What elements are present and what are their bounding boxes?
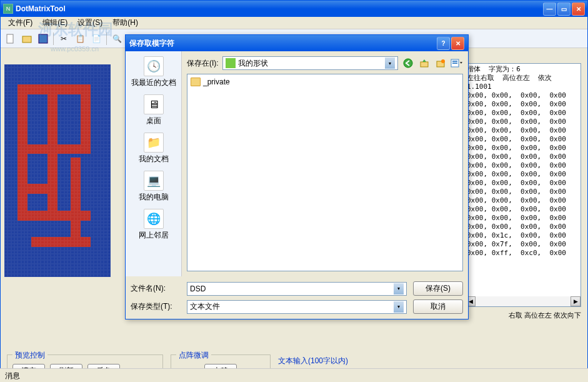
- network-icon: 🌐: [144, 209, 164, 229]
- filetype-combo[interactable]: 文本文件▾: [187, 300, 407, 314]
- svg-rect-9: [452, 63, 457, 64]
- svg-rect-4: [421, 62, 428, 67]
- chevron-down-icon: ▾: [394, 283, 404, 294]
- back-icon[interactable]: [402, 57, 414, 69]
- save-button[interactable]: 保存(S): [413, 281, 463, 296]
- menubar: 文件(F) 编辑(E) 设置(S) 帮助(H): [1, 17, 587, 29]
- place-desktop[interactable]: 🖥桌面: [144, 94, 164, 126]
- status-text: 消息: [5, 371, 20, 380]
- svg-rect-0: [7, 34, 13, 43]
- places-bar: 🕓我最近的文档 🖥桌面 📁我的文档 💻我的电脑 🌐网上邻居: [126, 51, 182, 276]
- menu-file[interactable]: 文件(F): [3, 16, 37, 29]
- folder-icon: [191, 78, 201, 86]
- chevron-down-icon: ▾: [394, 301, 404, 313]
- desktop-icon: 🖥: [144, 94, 164, 114]
- mydocs-icon: 📁: [144, 133, 164, 153]
- open-icon[interactable]: [19, 31, 34, 46]
- new-icon[interactable]: [3, 31, 18, 46]
- svg-rect-2: [39, 34, 47, 43]
- scroll-right-icon[interactable]: ▶: [571, 296, 581, 306]
- save-in-label: 保存在(I):: [187, 58, 219, 69]
- textinput-title: 文本输入(100字以内): [278, 356, 581, 366]
- file-list[interactable]: _private: [187, 74, 463, 271]
- svg-point-3: [404, 59, 412, 68]
- cancel-button[interactable]: 取消: [413, 299, 463, 314]
- place-network[interactable]: 🌐网上邻居: [139, 209, 169, 241]
- location-combo[interactable]: 我的形状 ▾: [222, 56, 398, 70]
- dotmatrix-preview: [4, 64, 111, 277]
- svg-point-6: [441, 59, 445, 63]
- output-scrollbar[interactable]: ◀ ▶: [466, 296, 581, 306]
- dialog-title: 保存取模字符: [129, 38, 437, 49]
- cut-icon[interactable]: ✂: [56, 31, 71, 46]
- folder-icon: [226, 58, 236, 68]
- close-button[interactable]: ✕: [572, 3, 585, 16]
- output-text: 楷体 字宽为：6 左往右取 高位在左 依次 1.1001 0x00, 0x00,…: [466, 64, 581, 259]
- up-icon[interactable]: [418, 57, 431, 69]
- maximize-button[interactable]: ▭: [557, 3, 571, 16]
- menu-edit[interactable]: 编辑(E): [37, 16, 72, 29]
- place-mycomputer[interactable]: 💻我的电脑: [139, 171, 169, 203]
- app-icon: N: [3, 4, 13, 14]
- save-icon[interactable]: [36, 31, 51, 46]
- scroll-track[interactable]: [476, 296, 571, 306]
- place-mydocs[interactable]: 📁我的文档: [139, 133, 169, 164]
- list-item[interactable]: _private: [190, 77, 460, 87]
- output-panel[interactable]: 楷体 字宽为：6 左往右取 高位在左 依次 1.1001 0x00, 0x00,…: [465, 63, 581, 307]
- window-title: DotMatrixTool: [16, 4, 543, 13]
- chevron-down-icon: ▾: [385, 58, 395, 69]
- view-menu-icon[interactable]: [451, 57, 463, 69]
- copy-icon[interactable]: 📋: [72, 31, 87, 46]
- menu-settings[interactable]: 设置(S): [72, 16, 107, 29]
- paste-icon[interactable]: 📄: [89, 31, 104, 46]
- menu-help[interactable]: 帮助(H): [107, 16, 143, 29]
- place-recent[interactable]: 🕓我最近的文档: [131, 56, 176, 88]
- computer-icon: 💻: [144, 171, 164, 191]
- adjust-title: 点阵微调: [176, 350, 211, 361]
- filetype-label: 保存类型(T):: [131, 301, 181, 312]
- dialog-titlebar: 保存取模字符 ? ✕: [126, 35, 468, 51]
- svg-rect-8: [452, 61, 457, 62]
- zoom-icon[interactable]: 🔍: [109, 31, 124, 46]
- output-footer: 右取 高位在左 依次向下: [509, 311, 581, 320]
- statusbar: 消息: [0, 368, 588, 382]
- main-titlebar: N DotMatrixTool — ▭ ✕: [1, 1, 587, 17]
- filename-label: 文件名(N):: [131, 283, 181, 294]
- help-button[interactable]: ?: [437, 37, 450, 50]
- new-folder-icon[interactable]: [434, 57, 447, 69]
- preview-control-title: 预览控制: [12, 350, 47, 361]
- filename-input[interactable]: DSD▾: [187, 282, 407, 296]
- save-dialog: 保存取模字符 ? ✕ 🕓我最近的文档 🖥桌面 📁我的文档 💻我的电脑 🌐网上邻居…: [125, 34, 469, 319]
- svg-rect-1: [22, 36, 31, 43]
- recent-icon: 🕓: [144, 56, 164, 76]
- minimize-button[interactable]: —: [543, 3, 556, 16]
- dialog-close-button[interactable]: ✕: [451, 37, 464, 50]
